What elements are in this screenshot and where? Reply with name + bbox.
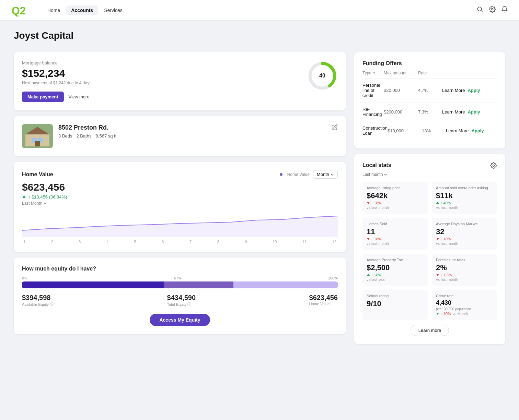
property-baths: 2 Baths (76, 133, 91, 139)
navbar: Q2 Home Accounts Services (0, 0, 519, 21)
available-equity-info-icon[interactable]: ⓘ (50, 302, 54, 307)
donut-chart: 40 (307, 60, 338, 91)
legend-dot (280, 173, 282, 176)
funding-amount: $20,000 (384, 88, 418, 93)
access-equity-button[interactable]: Access My Equity (150, 314, 210, 326)
svg-marker-17 (367, 238, 370, 240)
funding-table-header: Type Max amount Rate (362, 71, 497, 79)
stat-label: Average Days on Market (436, 222, 493, 226)
equity-card: How much equity do I have? 0% 67% 100% $… (14, 257, 346, 334)
learn-more-button-0[interactable]: Learn More (442, 88, 465, 93)
legend-label: Home Value (287, 172, 310, 177)
home-value-chart: 1 2 3 4 5 6 7 8 9 10 11 12 (22, 210, 338, 244)
nav-accounts[interactable]: Accounts (66, 5, 98, 15)
stat-label: Homes Sold (367, 222, 424, 226)
apply-button-1[interactable]: Apply (468, 109, 480, 115)
make-payment-button[interactable]: Make payment (22, 92, 64, 102)
home-value-equity-amount: $623,456 (309, 294, 338, 302)
notifications-icon[interactable] (501, 6, 508, 14)
learn-more-button[interactable]: Learn more (411, 325, 449, 336)
stat-value: 11 (367, 227, 424, 236)
stat-sub: vs last month (436, 205, 493, 209)
funding-actions: Learn More Apply (442, 109, 497, 115)
nav-services[interactable]: Services (99, 5, 127, 15)
settings-icon[interactable] (489, 6, 496, 14)
home-value-title: Home Value (22, 171, 53, 178)
stat-value: $642k (367, 191, 424, 200)
stat-change: ↓ 10% (436, 237, 493, 241)
period-selector[interactable]: Month (313, 170, 338, 179)
stat-value: 32 (436, 227, 493, 236)
stat-foreclosure: Foreclosure rates 2% ↓ .03% vs last mont… (432, 254, 497, 286)
total-equity-amount: $434,590 (167, 294, 196, 302)
funding-rate: 4.7% (418, 88, 442, 93)
available-equity: $394,598 Available Equity ⓘ (22, 294, 54, 307)
stat-sold-asking: Amount sold over/under asking $11k ↑ 40%… (432, 182, 497, 214)
stat-change: ↓ .03% (436, 273, 493, 277)
stat-change: ↓ 10% (367, 237, 424, 241)
svg-marker-15 (367, 202, 370, 204)
stat-sub: vs last month (367, 205, 424, 209)
funding-type: Personal line of credit (362, 83, 384, 98)
learn-more-button-1[interactable]: Learn More (442, 109, 465, 115)
property-sqft: 8,567 sq ft (96, 133, 117, 139)
nav-icons (476, 6, 508, 14)
view-more-button[interactable]: View more (68, 94, 89, 99)
local-stats-settings-icon[interactable] (490, 162, 497, 171)
total-equity: $434,590 Total Equity ⓘ (167, 294, 196, 307)
rate-col-header: Rate (418, 71, 442, 75)
svg-marker-13 (22, 216, 338, 237)
local-stats-period[interactable]: Last month (362, 172, 497, 177)
local-stats-title: Local stats (362, 162, 391, 168)
stat-label: Amount sold over/under asking (436, 186, 493, 190)
svg-rect-11 (35, 141, 40, 146)
home-value-change: ↑ $13,456 (36.84%) (22, 194, 338, 200)
available-equity-label: Available Equity ⓘ (22, 302, 54, 307)
search-icon[interactable] (476, 6, 483, 14)
funding-type: Construction Loan (362, 125, 388, 136)
stat-value: 2% (436, 263, 493, 272)
edit-property-icon[interactable] (332, 124, 338, 132)
stat-property-tax: Average Property Tax $2,500 ↑ 10% vs las… (362, 254, 428, 286)
equity-segment-available (22, 281, 164, 288)
apply-button-0[interactable]: Apply (468, 88, 480, 93)
mortgage-due: Next payment of $1,242 due in 4 days (22, 81, 91, 85)
right-column: Funding Offers Type Max amount Rate Pers… (354, 52, 505, 344)
logo: Q2 (11, 4, 32, 16)
chart-labels: 1 2 3 4 5 6 7 8 9 10 11 12 (22, 240, 338, 244)
mortgage-amount: $152,234 (22, 68, 91, 79)
funding-type: Re-Financing (362, 107, 384, 117)
learn-more-button-2[interactable]: Learn More (446, 128, 469, 133)
funding-row: Construction Loan $13,000 13% Learn More… (362, 121, 497, 140)
main-content: Mortgage balance $152,234 Next payment o… (0, 47, 519, 358)
period-dropdown[interactable]: Last Month (22, 201, 338, 206)
stat-value: 9/10 (367, 299, 424, 308)
property-address: 8502 Preston Rd. (58, 124, 326, 131)
property-details: 3 Beds 2 Baths 8,567 sq ft (58, 133, 326, 139)
stats-grid: Average listing price $642k ↓ 10% vs las… (362, 182, 497, 320)
stat-school: School rating 9/10 (362, 290, 428, 320)
stat-label: Crime rate (436, 294, 493, 298)
funding-offers-card: Funding Offers Type Max amount Rate Pers… (354, 52, 505, 148)
type-col-header[interactable]: Type (362, 71, 384, 75)
apply-button-2[interactable]: Apply (471, 128, 484, 133)
nav-home[interactable]: Home (43, 5, 65, 15)
local-stats-card: Local stats Last month Average listing p… (354, 154, 505, 344)
home-value-controls: Home Value Month (280, 170, 338, 179)
available-equity-amount: $394,598 (22, 294, 54, 302)
donut-label: 40 (319, 73, 325, 79)
stat-value: $11k (436, 191, 493, 200)
total-equity-info-icon[interactable]: ⓘ (187, 302, 191, 307)
home-value-amount: $623,456 (22, 181, 338, 193)
stat-sub: vs last year (367, 277, 424, 281)
page-header: Joyst Capital (0, 21, 519, 47)
property-image (22, 124, 53, 148)
stat-sub: vs last month (436, 241, 493, 245)
mortgage-card: Mortgage balance $152,234 Next payment o… (14, 52, 346, 110)
stat-change: ↓ 10% vs Month (436, 312, 493, 316)
equity-values: $394,598 Available Equity ⓘ $434,590 Tot… (22, 294, 338, 307)
local-stats-header: Local stats (362, 162, 497, 171)
funding-row: Personal line of credit $20,000 4.7% Lea… (362, 79, 497, 103)
stat-avg-listing: Average listing price $642k ↓ 10% vs las… (362, 182, 428, 214)
property-card: 8502 Preston Rd. 3 Beds 2 Baths 8,567 sq… (14, 116, 346, 156)
